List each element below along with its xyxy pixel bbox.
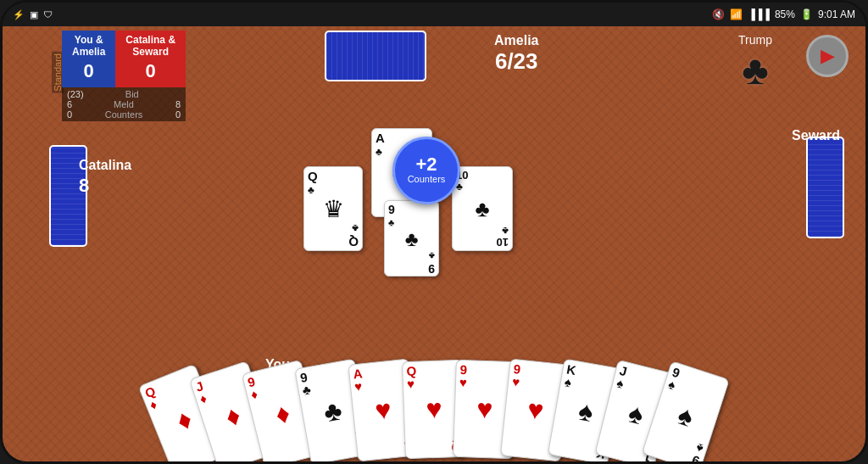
played-card-queen-clubs[interactable]: Q♣ ♛ Q♣	[303, 166, 363, 251]
meld-left: 6	[67, 99, 72, 109]
played-card-ten-clubs[interactable]: 10♣ ♣ 10♣	[452, 166, 513, 251]
counters-right: 0	[175, 109, 181, 120]
phone-frame: ⚡ ▣ 🛡 🔇 📶 ▐▐▐ 85% 🔋 9:01 AM Standard You…	[0, 0, 868, 464]
counters-plus: +2	[415, 155, 437, 174]
counters-left: 0	[67, 109, 72, 120]
amelia-name: Amelia	[494, 33, 538, 48]
compass-button[interactable]: ▶	[806, 35, 849, 77]
signal-icon: ▐▐▐	[748, 8, 770, 20]
right-card-back	[806, 137, 844, 238]
shield-icon: 🛡	[43, 9, 53, 20]
scoreboard: You &Amelia 0 Catalina &Seward 0 (23) Bi…	[62, 31, 186, 121]
played-card-nine-clubs[interactable]: 9♣ ♣ 9♣	[384, 200, 439, 277]
bid-row: (23) Bid	[67, 89, 181, 99]
status-right-icons: 🔇 📶 ▐▐▐ 85% 🔋 9:01 AM	[712, 8, 855, 20]
card-rank-10-bot: 10♣	[453, 226, 512, 250]
card-suit-9: ♣	[385, 227, 438, 251]
team-catalina-seward-score: 0	[125, 59, 175, 84]
catalina-score: 8	[79, 175, 89, 197]
hand-area: Q♦ ♦ Q♦ J♦ ♦ J♦ 9♦ ♦ 9♦ 9♣ ♣ 9♣	[3, 351, 865, 461]
sim-icon: ▣	[30, 9, 38, 20]
amelia-card-back	[325, 31, 426, 81]
counters-badge: +2 Counters	[392, 137, 460, 204]
team-catalina-seward: Catalina &Seward 0	[115, 31, 186, 87]
card-rank-q: Q♣	[304, 167, 362, 195]
trump-area: Trump ♣	[738, 33, 772, 93]
card-rank-10: 10♣	[453, 167, 512, 192]
status-bar: ⚡ ▣ 🛡 🔇 📶 ▐▐▐ 85% 🔋 9:01 AM	[3, 3, 865, 26]
team-you-amelia: You &Amelia 0	[62, 31, 115, 87]
compass-icon: ▶	[821, 45, 835, 67]
amelia-score: 6/23	[494, 48, 538, 75]
amelia-info: Amelia 6/23	[494, 33, 538, 75]
trump-suit: ♣	[738, 47, 772, 93]
team-you-amelia-score: 0	[72, 59, 105, 84]
wifi-icon: 📶	[730, 8, 743, 20]
counters-label: Counters	[101, 109, 147, 120]
score-teams: You &Amelia 0 Catalina &Seward 0	[62, 31, 186, 87]
trump-label: Trump	[738, 33, 772, 47]
team-you-amelia-name: You &Amelia	[72, 34, 105, 59]
counters-row: 0 Counters 0	[67, 109, 181, 120]
mute-icon: 🔇	[712, 8, 725, 20]
card-rank-9: 9♣	[385, 201, 438, 227]
team-catalina-seward-name: Catalina &Seward	[125, 34, 175, 59]
status-left-icons: ⚡ ▣ 🛡	[13, 9, 53, 20]
usb-icon: ⚡	[13, 9, 25, 20]
battery-icon: 🔋	[800, 8, 813, 20]
score-details: (23) Bid 6 Meld 8 0 Counters 0	[62, 87, 186, 121]
bid-label: Bid	[108, 89, 155, 99]
meld-right: 8	[175, 99, 181, 109]
meld-row: 6 Meld 8	[67, 99, 181, 109]
hcard-top-qh: Q♥	[403, 361, 463, 393]
seward-label: Seward	[792, 128, 840, 143]
card-suit-10: ♣	[453, 192, 512, 226]
bid-value: (23)	[67, 89, 84, 99]
counters-label-badge: Counters	[408, 174, 446, 185]
time-display: 9:01 AM	[818, 8, 855, 20]
hcard-bot-9s: 9♠	[686, 438, 709, 464]
battery-level: 85%	[775, 8, 795, 20]
catalina-label: Catalina	[79, 158, 131, 173]
card-rank-9-bot: 9♣	[385, 251, 438, 277]
meld-label: Meld	[101, 99, 147, 109]
card-rank-q-bot: Q♣	[304, 223, 362, 251]
game-area: Standard You &Amelia 0 Catalina &Seward …	[3, 26, 865, 461]
card-suit-q: ♛	[304, 195, 362, 223]
